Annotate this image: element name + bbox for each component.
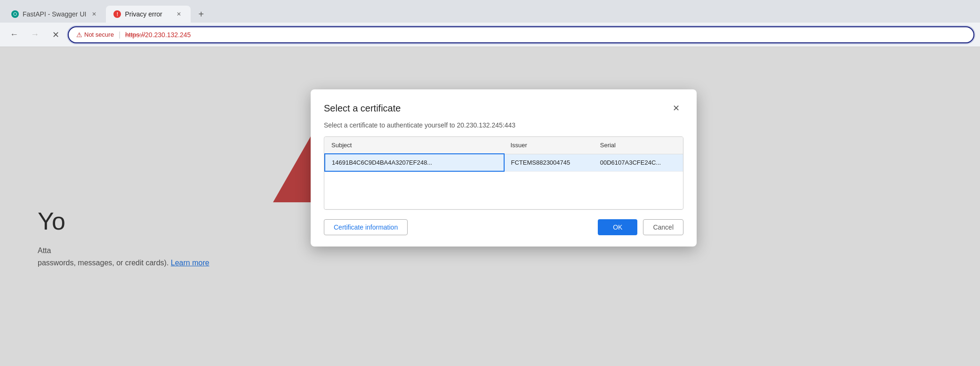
modal-footer: Certificate information OK Cancel: [311, 210, 697, 247]
table-header-row: Subject Issuer Serial: [325, 137, 683, 154]
modal-header: Select a certificate ✕: [311, 89, 697, 119]
url-display: https://20.230.132.245: [125, 31, 191, 39]
cell-issuer: FCTEMS8823004745: [504, 154, 594, 171]
modal-subtitle: Select a certificate to authenticate you…: [311, 119, 697, 136]
certificate-table-wrapper: Subject Issuer Serial 14691B4C6C9D4BA4A3…: [324, 136, 683, 210]
tab-fastapi-close[interactable]: ✕: [90, 10, 98, 18]
tab-privacy-error-label: Privacy error: [125, 10, 162, 18]
url-protocol: https://: [125, 31, 145, 39]
ok-button[interactable]: OK: [598, 219, 637, 235]
back-button[interactable]: ←: [6, 26, 23, 43]
select-certificate-dialog: Select a certificate ✕ Select a certific…: [311, 89, 697, 247]
col-subject: Subject: [325, 137, 504, 154]
tab-bar: ⬡ FastAPI - Swagger UI ✕ ! Privacy error…: [0, 0, 980, 23]
tab-privacy-error[interactable]: ! Privacy error ✕: [106, 6, 191, 23]
modal-title: Select a certificate: [324, 103, 401, 114]
forward-button[interactable]: →: [26, 26, 43, 43]
tab-fastapi-label: FastAPI - Swagger UI: [23, 10, 86, 18]
address-separator: |: [119, 31, 120, 39]
error-favicon: !: [113, 10, 121, 18]
nav-bar: ← → ✕ ⚠ Not secure | https://20.230.132.…: [0, 23, 980, 47]
certificate-table: Subject Issuer Serial 14691B4C6C9D4BA4A3…: [324, 137, 683, 209]
table-empty-row: [325, 171, 683, 209]
address-bar[interactable]: ⚠ Not secure | https://20.230.132.245: [68, 26, 974, 43]
refresh-close-button[interactable]: ✕: [47, 26, 64, 43]
tab-privacy-error-close[interactable]: ✕: [175, 10, 183, 18]
cancel-button[interactable]: Cancel: [643, 219, 683, 235]
table-row[interactable]: 14691B4C6C9D4BA4A3207EF248... FCTEMS8823…: [325, 154, 683, 171]
cell-subject: 14691B4C6C9D4BA4A3207EF248...: [325, 154, 504, 171]
new-tab-button[interactable]: +: [193, 6, 209, 23]
modal-close-button[interactable]: ✕: [668, 101, 683, 116]
col-serial: Serial: [594, 137, 683, 154]
warning-icon: ⚠: [76, 31, 82, 39]
footer-action-buttons: OK Cancel: [598, 219, 683, 235]
fastapi-favicon: ⬡: [11, 10, 19, 18]
cell-serial: 00D6107A3CFE24C...: [594, 154, 683, 171]
not-secure-indicator: ⚠ Not secure: [76, 31, 114, 39]
certificate-information-button[interactable]: Certificate information: [324, 219, 408, 235]
tab-fastapi[interactable]: ⬡ FastAPI - Swagger UI ✕: [4, 6, 106, 23]
url-host: 20.230.132.245: [145, 31, 191, 39]
col-issuer: Issuer: [504, 137, 594, 154]
page-content: Yo Atta passwords, messages, or credit c…: [0, 47, 980, 366]
